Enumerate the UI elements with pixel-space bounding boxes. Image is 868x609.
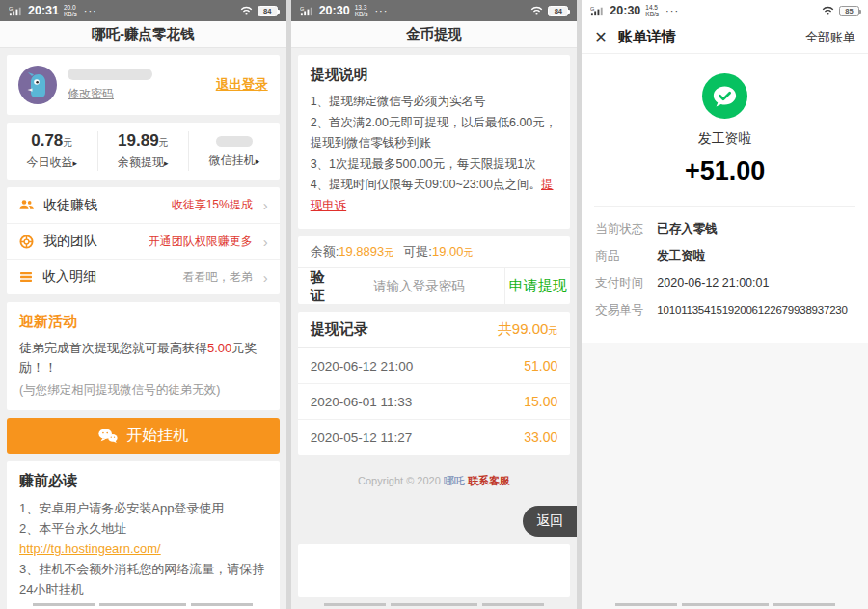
network-speed: 20.0KB/s: [64, 4, 77, 17]
network-speed: 13.3KB/s: [355, 4, 368, 17]
bottom-tab[interactable]: [615, 603, 677, 606]
page-title: 哪吒-赚点零花钱: [0, 21, 286, 48]
chevron-right-icon: ›: [263, 198, 268, 212]
promo-line2: (与您绑定相同提现微信号的徒弟无效): [19, 382, 267, 399]
panel-bill-detail: G 20:30 14.5KB/s ··· 85 ✕ 账单详情 全部账单 发工资啦…: [582, 0, 868, 609]
bill-name: 发工资啦: [582, 130, 868, 148]
bill-detail-list: 当前状态 已存入零钱 商品 发工资啦 支付时间 2020-06-12 21:00…: [582, 207, 868, 343]
start-hangup-button[interactable]: 开始挂机: [7, 418, 280, 454]
all-bills-link[interactable]: 全部账单: [805, 29, 855, 46]
close-icon[interactable]: ✕: [594, 28, 607, 46]
copyright-footer: Copyright © 2020 哪吒 联系客服: [298, 474, 571, 488]
notice-title: 赚前必读: [19, 472, 267, 490]
balance-row: 余额:19.8893元 可提:19.00元: [298, 236, 571, 267]
empty-content-area: [298, 544, 571, 597]
bottom-nav-placeholder: [291, 600, 578, 608]
contact-support-link[interactable]: 联系客服: [468, 475, 510, 486]
status-more-dots: ···: [84, 5, 97, 16]
panel-home: G 20:31 20.0KB/s ··· 84 哪吒-赚点零花钱 修改密码 退出…: [0, 0, 286, 609]
records-header: 提现记录 共99.00元: [298, 312, 571, 348]
avatar: [18, 66, 57, 104]
bottom-tab[interactable]: [391, 603, 477, 606]
menu-item-income-detail[interactable]: 收入明细 看看吧，老弟 ›: [7, 259, 280, 294]
instruction-item-2: 2、首次满2.00元即可提现，以后最低6.00元，提现到微信零钱秒到账: [311, 113, 558, 154]
menu-card: 收徒赚钱 收徒享15%提成 › 我的团队 开通团队权限赚更多 › 收入明细 看看…: [7, 187, 280, 294]
bill-detail-body: 发工资啦 +51.00 当前状态 已存入零钱 商品 发工资啦 支付时间 2020…: [582, 54, 868, 609]
bottom-tab[interactable]: [682, 603, 769, 606]
bottom-tab[interactable]: [33, 603, 95, 606]
users-icon: [18, 197, 35, 213]
menu-item-note: 开通团队权限赚更多: [149, 234, 253, 250]
bottom-tab[interactable]: [482, 603, 544, 606]
withdraw-body: 提现说明 1、提现绑定微信号必须为实名号 2、首次满2.00元即可提现，以后最低…: [291, 48, 578, 609]
balance-pair: 余额:19.8893元: [311, 243, 394, 261]
platform-url-link[interactable]: http://tg.hostingearn.com/: [19, 541, 161, 556]
menu-item-label: 收徒赚钱: [43, 197, 97, 214]
balance-card: 余额:19.8893元 可提:19.00元 验证 申请提现: [298, 236, 571, 304]
chevron-right-icon: ›: [263, 235, 268, 249]
menu-item-note: 收徒享15%提成: [172, 197, 253, 213]
team-wheel-icon: [18, 234, 35, 250]
record-date: 2020-06-12 21:00: [311, 359, 414, 374]
bottom-tab[interactable]: [99, 603, 186, 606]
balance-value: 19.89元: [98, 131, 189, 151]
wifi-icon: [530, 6, 543, 15]
bottom-tab[interactable]: [324, 603, 386, 606]
menu-item-label: 收入明细: [42, 268, 96, 286]
records-total: 共99.00元: [498, 320, 558, 339]
detail-value: 10101135415192006122679938937230: [657, 304, 847, 316]
today-earnings-value: 0.78元: [7, 131, 97, 151]
record-amount: 33.00: [524, 429, 557, 445]
signal-icon: G: [9, 5, 23, 16]
brand-link[interactable]: 哪吒: [444, 475, 465, 486]
promo-line1: 徒弟完成首次提现您就可最高获得5.00元奖励！！: [19, 339, 267, 376]
record-date: 2020-06-01 11:33: [311, 395, 413, 409]
detail-row-product: 商品 发工资啦: [595, 248, 860, 264]
record-row: 2020-06-01 11:33 15.00: [298, 383, 571, 419]
menu-item-label: 我的团队: [43, 233, 97, 250]
detail-value: 发工资啦: [657, 248, 705, 264]
menu-item-team[interactable]: 我的团队 开通团队权限赚更多 ›: [7, 223, 280, 259]
battery-icon: 84: [258, 6, 278, 16]
status-more-dots: ···: [374, 5, 388, 16]
bottom-tab[interactable]: [191, 603, 253, 606]
profile-card: 修改密码 退出登录: [7, 55, 280, 115]
username-redacted: [68, 69, 152, 80]
stat-balance-withdraw[interactable]: 19.89元 余额提现▸: [97, 131, 189, 171]
detail-row-status: 当前状态 已存入零钱: [595, 221, 860, 237]
svg-text:G: G: [590, 6, 594, 12]
stat-today-earnings[interactable]: 0.78元 今日收益▸: [7, 131, 97, 171]
home-body: 修改密码 退出登录 0.78元 今日收益▸ 19.89元 余额提现▸ 微信挂机▸: [0, 48, 286, 609]
svg-text:G: G: [300, 6, 304, 12]
bottom-nav-placeholder: [0, 600, 286, 608]
instruction-item-1: 1、提现绑定微信号必须为实名号: [311, 92, 558, 113]
notice-item-2: 2、本平台永久地址 http://tg.hostingearn.com/: [19, 518, 267, 559]
record-amount: 15.00: [524, 394, 557, 409]
instructions-title: 提现说明: [311, 66, 558, 84]
svg-text:G: G: [9, 6, 13, 12]
withdrawable-pair: 可提:19.00元: [403, 243, 473, 261]
bill-summary: 发工资啦 +51.00: [582, 54, 868, 206]
signal-icon: G: [300, 5, 314, 16]
back-button[interactable]: 返回: [523, 506, 577, 537]
login-password-input[interactable]: [334, 268, 504, 304]
network-speed: 14.5KB/s: [645, 4, 659, 17]
status-bar: G 20:31 20.0KB/s ··· 84: [0, 0, 286, 21]
record-row: 2020-06-12 21:00 51.00: [298, 348, 571, 383]
stat-wechat-hangup[interactable]: 微信挂机▸: [188, 131, 280, 171]
change-password-link[interactable]: 修改密码: [68, 86, 152, 102]
menu-item-recruit[interactable]: 收徒赚钱 收徒享15%提成 ›: [7, 187, 280, 223]
hangup-value-redacted: [216, 136, 253, 147]
apply-withdraw-button[interactable]: 申请提现: [504, 268, 570, 304]
chevron-right-icon: ›: [263, 270, 268, 285]
stats-card: 0.78元 今日收益▸ 19.89元 余额提现▸ 微信挂机▸: [7, 123, 280, 180]
logout-link[interactable]: 退出登录: [216, 76, 268, 94]
wechat-pay-icon: [702, 73, 747, 119]
bill-detail-header: ✕ 账单详情 全部账单: [582, 21, 868, 54]
withdraw-records-card: 提现记录 共99.00元 2020-06-12 21:00 51.00 2020…: [298, 312, 571, 455]
status-time: 20:31: [28, 4, 59, 17]
notice-item-1: 1、安卓用户请务必安装App登录使用: [19, 498, 267, 518]
today-earnings-label: 今日收益▸: [7, 154, 97, 171]
bottom-tab[interactable]: [773, 603, 835, 606]
verify-label: 验证: [298, 268, 334, 304]
